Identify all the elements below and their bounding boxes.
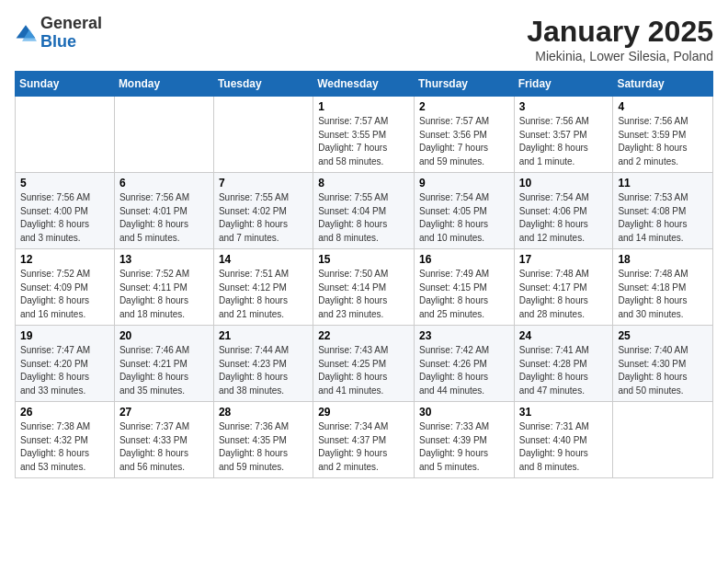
weekday-header-row: SundayMondayTuesdayWednesdayThursdayFrid…: [16, 72, 713, 97]
day-info: Sunrise: 7:38 AM Sunset: 4:32 PM Dayligh…: [20, 420, 109, 474]
day-info: Sunrise: 7:47 AM Sunset: 4:20 PM Dayligh…: [20, 344, 109, 397]
day-cell-12: 12Sunrise: 7:52 AM Sunset: 4:09 PM Dayli…: [16, 249, 115, 326]
day-cell-3: 3Sunrise: 7:56 AM Sunset: 3:57 PM Daylig…: [514, 97, 613, 173]
page-header: General Blue January 2025 Miekinia, Lowe…: [15, 15, 713, 63]
day-number: 17: [519, 253, 609, 266]
day-number: 3: [519, 100, 609, 113]
day-cell-29: 29Sunrise: 7:34 AM Sunset: 4:37 PM Dayli…: [313, 402, 415, 478]
day-info: Sunrise: 7:56 AM Sunset: 4:01 PM Dayligh…: [119, 191, 209, 245]
day-number: 9: [419, 177, 509, 190]
day-cell-8: 8Sunrise: 7:55 AM Sunset: 4:04 PM Daylig…: [313, 173, 415, 249]
day-info: Sunrise: 7:56 AM Sunset: 3:57 PM Dayligh…: [519, 115, 609, 168]
day-number: 21: [219, 329, 308, 342]
month-title: January 2025: [527, 15, 713, 49]
day-cell-14: 14Sunrise: 7:51 AM Sunset: 4:12 PM Dayli…: [213, 249, 313, 326]
day-info: Sunrise: 7:44 AM Sunset: 4:23 PM Dayligh…: [219, 344, 308, 397]
empty-cell: [613, 402, 713, 478]
weekday-header-wednesday: Wednesday: [313, 72, 415, 97]
logo-text: General Blue: [40, 15, 102, 52]
day-number: 12: [20, 253, 109, 266]
logo-icon: [15, 22, 37, 44]
week-row-1: 1Sunrise: 7:57 AM Sunset: 3:55 PM Daylig…: [16, 97, 713, 173]
empty-cell: [16, 97, 115, 173]
weekday-header-monday: Monday: [114, 72, 213, 97]
day-number: 5: [20, 177, 109, 190]
day-info: Sunrise: 7:34 AM Sunset: 4:37 PM Dayligh…: [318, 420, 409, 474]
day-number: 25: [618, 329, 708, 342]
day-info: Sunrise: 7:41 AM Sunset: 4:28 PM Dayligh…: [519, 344, 609, 397]
day-info: Sunrise: 7:31 AM Sunset: 4:40 PM Dayligh…: [519, 420, 609, 474]
day-cell-27: 27Sunrise: 7:37 AM Sunset: 4:33 PM Dayli…: [114, 402, 213, 478]
day-number: 19: [20, 329, 109, 342]
day-cell-19: 19Sunrise: 7:47 AM Sunset: 4:20 PM Dayli…: [16, 326, 115, 402]
day-cell-1: 1Sunrise: 7:57 AM Sunset: 3:55 PM Daylig…: [313, 97, 415, 173]
weekday-header-saturday: Saturday: [613, 72, 713, 97]
day-cell-24: 24Sunrise: 7:41 AM Sunset: 4:28 PM Dayli…: [514, 326, 613, 402]
day-number: 29: [318, 406, 409, 419]
day-number: 1: [318, 100, 409, 113]
day-info: Sunrise: 7:57 AM Sunset: 3:56 PM Dayligh…: [419, 115, 509, 168]
location-subtitle: Miekinia, Lower Silesia, Poland: [527, 49, 713, 63]
day-number: 27: [119, 406, 209, 419]
day-cell-7: 7Sunrise: 7:55 AM Sunset: 4:02 PM Daylig…: [213, 173, 313, 249]
day-cell-9: 9Sunrise: 7:54 AM Sunset: 4:05 PM Daylig…: [414, 173, 514, 249]
day-number: 15: [318, 253, 409, 266]
day-cell-20: 20Sunrise: 7:46 AM Sunset: 4:21 PM Dayli…: [114, 326, 213, 402]
logo: General Blue: [15, 15, 102, 52]
day-info: Sunrise: 7:33 AM Sunset: 4:39 PM Dayligh…: [419, 420, 509, 474]
week-row-4: 19Sunrise: 7:47 AM Sunset: 4:20 PM Dayli…: [16, 326, 713, 402]
day-info: Sunrise: 7:55 AM Sunset: 4:04 PM Dayligh…: [318, 191, 409, 245]
day-number: 13: [119, 253, 209, 266]
day-number: 23: [419, 329, 509, 342]
empty-cell: [213, 97, 313, 173]
day-info: Sunrise: 7:48 AM Sunset: 4:17 PM Dayligh…: [519, 268, 609, 321]
day-info: Sunrise: 7:37 AM Sunset: 4:33 PM Dayligh…: [119, 420, 209, 474]
day-number: 22: [318, 329, 409, 342]
day-info: Sunrise: 7:56 AM Sunset: 3:59 PM Dayligh…: [618, 115, 708, 168]
day-info: Sunrise: 7:57 AM Sunset: 3:55 PM Dayligh…: [318, 115, 409, 168]
day-cell-13: 13Sunrise: 7:52 AM Sunset: 4:11 PM Dayli…: [114, 249, 213, 326]
day-info: Sunrise: 7:54 AM Sunset: 4:06 PM Dayligh…: [519, 191, 609, 245]
day-cell-16: 16Sunrise: 7:49 AM Sunset: 4:15 PM Dayli…: [414, 249, 514, 326]
day-cell-21: 21Sunrise: 7:44 AM Sunset: 4:23 PM Dayli…: [213, 326, 313, 402]
day-cell-22: 22Sunrise: 7:43 AM Sunset: 4:25 PM Dayli…: [313, 326, 415, 402]
day-info: Sunrise: 7:49 AM Sunset: 4:15 PM Dayligh…: [419, 268, 509, 321]
week-row-5: 26Sunrise: 7:38 AM Sunset: 4:32 PM Dayli…: [16, 402, 713, 478]
day-cell-15: 15Sunrise: 7:50 AM Sunset: 4:14 PM Dayli…: [313, 249, 415, 326]
day-info: Sunrise: 7:50 AM Sunset: 4:14 PM Dayligh…: [318, 268, 409, 321]
day-info: Sunrise: 7:54 AM Sunset: 4:05 PM Dayligh…: [419, 191, 509, 245]
week-row-2: 5Sunrise: 7:56 AM Sunset: 4:00 PM Daylig…: [16, 173, 713, 249]
day-number: 24: [519, 329, 609, 342]
day-cell-6: 6Sunrise: 7:56 AM Sunset: 4:01 PM Daylig…: [114, 173, 213, 249]
title-block: January 2025 Miekinia, Lower Silesia, Po…: [527, 15, 713, 63]
day-cell-4: 4Sunrise: 7:56 AM Sunset: 3:59 PM Daylig…: [613, 97, 713, 173]
day-number: 18: [618, 253, 708, 266]
week-row-3: 12Sunrise: 7:52 AM Sunset: 4:09 PM Dayli…: [16, 249, 713, 326]
day-number: 6: [119, 177, 209, 190]
day-number: 26: [20, 406, 109, 419]
day-info: Sunrise: 7:46 AM Sunset: 4:21 PM Dayligh…: [119, 344, 209, 397]
weekday-header-sunday: Sunday: [16, 72, 115, 97]
day-cell-31: 31Sunrise: 7:31 AM Sunset: 4:40 PM Dayli…: [514, 402, 613, 478]
day-info: Sunrise: 7:55 AM Sunset: 4:02 PM Dayligh…: [219, 191, 308, 245]
day-cell-2: 2Sunrise: 7:57 AM Sunset: 3:56 PM Daylig…: [414, 97, 514, 173]
day-number: 14: [219, 253, 308, 266]
day-number: 7: [219, 177, 308, 190]
day-number: 4: [618, 100, 708, 113]
day-number: 28: [219, 406, 308, 419]
calendar-table: SundayMondayTuesdayWednesdayThursdayFrid…: [15, 71, 713, 478]
day-info: Sunrise: 7:52 AM Sunset: 4:09 PM Dayligh…: [20, 268, 109, 321]
day-cell-17: 17Sunrise: 7:48 AM Sunset: 4:17 PM Dayli…: [514, 249, 613, 326]
day-info: Sunrise: 7:36 AM Sunset: 4:35 PM Dayligh…: [219, 420, 308, 474]
weekday-header-friday: Friday: [514, 72, 613, 97]
day-info: Sunrise: 7:52 AM Sunset: 4:11 PM Dayligh…: [119, 268, 209, 321]
day-cell-11: 11Sunrise: 7:53 AM Sunset: 4:08 PM Dayli…: [613, 173, 713, 249]
day-number: 10: [519, 177, 609, 190]
day-number: 16: [419, 253, 509, 266]
day-number: 2: [419, 100, 509, 113]
day-info: Sunrise: 7:43 AM Sunset: 4:25 PM Dayligh…: [318, 344, 409, 397]
day-number: 20: [119, 329, 209, 342]
day-cell-28: 28Sunrise: 7:36 AM Sunset: 4:35 PM Dayli…: [213, 402, 313, 478]
day-info: Sunrise: 7:53 AM Sunset: 4:08 PM Dayligh…: [618, 191, 708, 245]
day-number: 31: [519, 406, 609, 419]
